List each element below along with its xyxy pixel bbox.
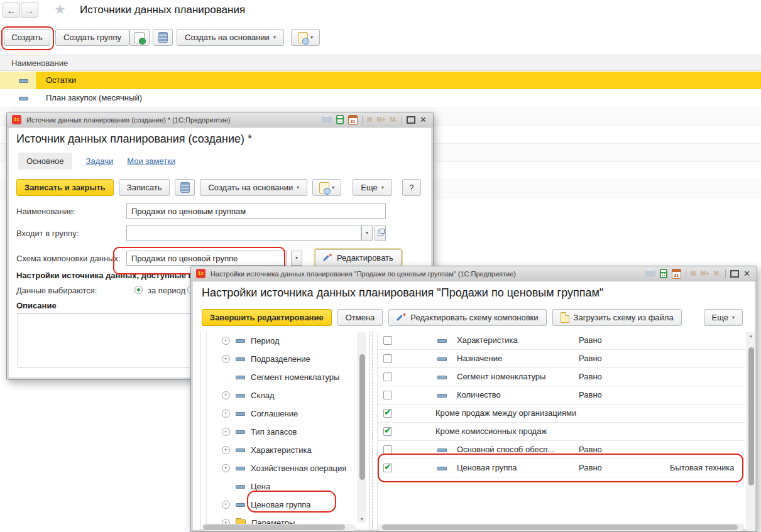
expand-icon[interactable]: + — [222, 410, 230, 418]
checkbox-unchecked[interactable] — [383, 354, 392, 363]
more-button[interactable]: Еще▾ — [353, 179, 391, 196]
tree-item-period[interactable]: +Период — [222, 332, 280, 350]
memory-m-minus-icon[interactable]: M- — [713, 270, 721, 277]
condition-row-nomenclature-segment[interactable]: Сегмент номенклатуры Равно — [378, 368, 745, 386]
expand-icon[interactable]: + — [222, 391, 230, 399]
dialog1-titlebar[interactable]: 1с Источник данных планирования (создани… — [7, 112, 433, 128]
checkbox-unchecked[interactable] — [383, 336, 392, 345]
tree-hscrollbar[interactable] — [202, 524, 356, 531]
help-button[interactable]: ? — [402, 179, 421, 196]
expand-icon[interactable]: + — [222, 501, 230, 509]
condition-row-characteristic[interactable]: Характеристика Равно — [378, 332, 745, 350]
group-field[interactable] — [126, 225, 361, 241]
tree-item-business-operation[interactable]: +Хозяйственная операция — [222, 459, 346, 477]
expand-icon[interactable]: + — [222, 355, 230, 363]
scroll-up-icon[interactable]: ▲ — [747, 334, 755, 338]
close-icon[interactable]: ✕ — [420, 116, 427, 124]
tree-vscrollbar[interactable]: ▼ — [358, 332, 366, 523]
conditions-hscrollbar[interactable] — [378, 524, 745, 531]
table-row[interactable]: План закупок (месячный) — [0, 89, 761, 107]
create-group-button[interactable]: Создать группу — [55, 29, 129, 46]
load-schema-button[interactable]: Загрузить схему из файла — [552, 309, 682, 326]
expand-icon[interactable]: + — [222, 428, 230, 436]
back-button[interactable]: ← — [3, 3, 20, 18]
maximize-icon[interactable] — [407, 116, 415, 124]
stacked-list-icon — [180, 182, 190, 193]
condition-row-quantity[interactable]: Количество Равно — [378, 386, 745, 404]
checkbox-unchecked[interactable] — [383, 372, 392, 381]
tree-item-warehouse[interactable]: +Склад — [222, 386, 275, 404]
memory-m-plus-icon[interactable]: M+ — [700, 270, 709, 277]
edit-schema-button[interactable]: Редактировать — [315, 249, 402, 266]
name-field[interactable]: Продажи по ценовым группам — [126, 204, 386, 219]
checkbox-checked[interactable]: ✔ — [383, 427, 392, 436]
memory-m-icon[interactable]: M — [367, 116, 372, 123]
expand-icon[interactable]: + — [222, 446, 230, 454]
conditions-vscrollbar[interactable]: ▲ — [747, 332, 755, 531]
expand-icon[interactable]: + — [222, 337, 230, 345]
tab-main[interactable]: Основное — [18, 153, 72, 170]
report-menu-button[interactable]: ▾ — [312, 179, 341, 196]
tree-item-stock-type[interactable]: +Тип запасов — [222, 423, 297, 441]
condition-row-price-group[interactable]: ✔ Ценовая группа Равно Бытовая техника — [378, 459, 745, 477]
tree-item-division[interactable]: +Подразделение — [222, 350, 310, 368]
dialog2-titlebar[interactable]: 1с Настройки источника данных планирован… — [191, 266, 757, 281]
finish-editing-button[interactable]: Завершить редактирование — [202, 309, 332, 326]
memory-m-icon[interactable]: M — [691, 270, 696, 277]
stacked-list-button[interactable] — [153, 29, 173, 46]
checkbox-unchecked[interactable] — [383, 391, 392, 399]
tab-tasks[interactable]: Задачи — [86, 156, 114, 166]
calendar-icon[interactable]: 31 — [672, 269, 681, 279]
expand-icon[interactable]: + — [222, 464, 230, 472]
schema-dropdown-button[interactable]: ▾ — [291, 251, 302, 266]
calculator-icon[interactable] — [336, 115, 344, 124]
tab-notes[interactable]: Мои заметки — [127, 156, 175, 166]
tree-item-nomenclature-segment[interactable]: Сегмент номенклатуры — [222, 368, 339, 386]
tree-item-price[interactable]: Цена — [222, 477, 270, 496]
tree-hscrollbar-thumb[interactable] — [203, 524, 345, 530]
condition-row-except-commission[interactable]: ✔ Кроме комиссионных продаж — [378, 423, 745, 441]
tree-item-price-group[interactable]: +Ценовая группа — [222, 496, 311, 514]
save-and-close-button[interactable]: Записать и закрыть — [16, 179, 114, 196]
condition-row-except-intercompany[interactable]: ✔ Кроме продаж между организациями — [378, 404, 745, 423]
conditions-vscrollbar-thumb[interactable] — [748, 347, 754, 486]
calendar-icon[interactable]: 31 — [348, 115, 358, 125]
period-radio[interactable] — [134, 286, 143, 294]
scroll-down-icon[interactable]: ▼ — [358, 517, 366, 521]
favorite-star-icon[interactable]: ★ — [54, 2, 66, 17]
create-button[interactable]: Создать — [4, 29, 50, 46]
checkbox-unchecked[interactable] — [383, 445, 392, 454]
edit-composition-schema-button[interactable]: Редактировать схему компоновки — [388, 309, 546, 326]
tree-vscrollbar-thumb[interactable] — [359, 354, 365, 480]
create-based-on-button[interactable]: Создать на основании▾ — [177, 29, 284, 46]
group-dropdown-button[interactable]: ▾ — [361, 225, 373, 241]
close-icon[interactable]: ✕ — [743, 269, 750, 278]
print-icon[interactable] — [322, 116, 332, 123]
checkbox-checked[interactable]: ✔ — [383, 409, 392, 418]
tree-item-characteristic[interactable]: +Характеристика — [222, 441, 312, 459]
stacked-list-button[interactable] — [175, 179, 195, 196]
cancel-button[interactable]: Отмена — [337, 309, 383, 326]
table-header-row[interactable]: Наименование — [0, 55, 761, 71]
create-based-on-button[interactable]: Создать на основании▾ — [200, 179, 307, 196]
maximize-icon[interactable] — [730, 270, 739, 278]
tree-item-agreement[interactable]: +Соглашение — [222, 404, 298, 423]
report-menu-button[interactable]: ▾ — [291, 29, 320, 46]
memory-m-minus-icon[interactable]: M- — [390, 116, 397, 123]
table-row-selected[interactable]: Остатки — [0, 72, 761, 89]
schema-field[interactable]: Продажи по ценовой группе — [126, 251, 287, 266]
forward-arrow-icon: → — [25, 5, 35, 16]
group-open-button[interactable] — [375, 225, 386, 241]
panel-splitter[interactable] — [372, 332, 373, 531]
condition-row-main-supply-method[interactable]: Основной способ обесп... Равно — [378, 441, 745, 459]
save-button[interactable]: Записать — [119, 179, 170, 196]
print-icon[interactable] — [645, 270, 655, 277]
condition-row-purpose[interactable]: Назначение Равно — [378, 350, 745, 368]
calculator-icon[interactable] — [660, 269, 667, 278]
add-copy-button[interactable] — [129, 29, 150, 46]
memory-m-plus-icon[interactable]: M+ — [376, 116, 385, 123]
more-button[interactable]: Еще▾ — [704, 309, 743, 326]
checkbox-checked[interactable]: ✔ — [383, 464, 392, 472]
forward-button[interactable]: → — [21, 3, 38, 18]
conditions-hscrollbar-thumb[interactable] — [382, 524, 738, 530]
